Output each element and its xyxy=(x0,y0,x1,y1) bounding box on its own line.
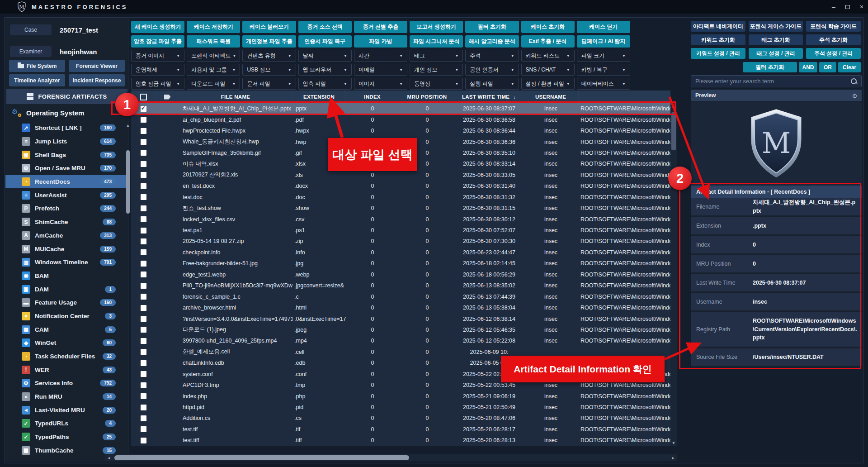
row-checkbox[interactable] xyxy=(141,305,146,311)
sidebar-item-cam[interactable]: ▦CAM5 xyxy=(5,323,128,336)
panel-button[interactable]: 포렌식 학습 가이드 xyxy=(806,21,861,32)
table-row[interactable]: test.ps1.ps1002025-06-30 07:52:07insecRO… xyxy=(131,225,670,236)
row-checkbox[interactable] xyxy=(141,438,146,443)
row-checkbox[interactable] xyxy=(141,228,146,234)
row-checkbox[interactable] xyxy=(141,183,146,189)
sidebar-item-prefetch[interactable]: PPrefetch244 xyxy=(5,202,128,215)
scroll-down-icon[interactable]: ▼ xyxy=(670,441,677,445)
hscroll-thumb[interactable] xyxy=(114,455,409,460)
row-checkbox[interactable] xyxy=(141,128,146,134)
table-row[interactable]: hwpProctected File.hwpx.hwpx002025-06-30… xyxy=(131,125,670,136)
sidebar-item-typedurls[interactable]: ✓TypedURLs4 xyxy=(5,417,128,430)
table-row[interactable]: 20170927 산악회2.xls.xls002025-06-30 08:33:… xyxy=(131,170,670,181)
close-button[interactable]: × xyxy=(860,4,863,10)
table-row[interactable]: Free-bakgrunder-bilder-51.jpg.jpg002025-… xyxy=(131,258,670,269)
filter-dropdown[interactable]: 이메일▼ xyxy=(354,64,407,76)
filter-dropdown[interactable]: 개인 정보▼ xyxy=(410,64,463,76)
row-checkbox[interactable] xyxy=(141,117,146,123)
filter-dropdown[interactable]: 키워드 리스트▼ xyxy=(521,50,575,62)
row-checkbox[interactable] xyxy=(141,426,146,432)
table-row[interactable]: test.doc.doc002025-06-30 08:31:32insecRO… xyxy=(131,192,670,203)
filter-dropdown[interactable]: 압축 파일▼ xyxy=(298,78,352,90)
row-checkbox[interactable] xyxy=(141,349,146,355)
sidebar-item-winget[interactable]: ◆WinGet60 xyxy=(5,336,128,350)
row-checkbox[interactable] xyxy=(141,150,146,156)
clear-button[interactable]: Clear xyxy=(838,62,861,72)
filter-dropdown[interactable]: 문서 파일▼ xyxy=(242,78,296,90)
table-row[interactable]: 3997800-uhd_2160_4096_25fps.mp4.mp400202… xyxy=(131,335,670,346)
action-button[interactable]: 인증서 파일 복구 xyxy=(298,35,352,48)
action-button[interactable]: 패스워드 복원 xyxy=(187,35,240,48)
table-vertical-scrollbar[interactable]: ▲ ▼ xyxy=(670,103,677,446)
filter-dropdown[interactable]: 설정 / 환경 파일▼ xyxy=(521,78,575,90)
row-checkbox[interactable] xyxy=(141,382,146,388)
sidebar-section-operating-system[interactable]: ⚙⚙ Operating System xyxy=(12,108,84,118)
sidebar-item-notification-center[interactable]: ●Notification Center3 xyxy=(5,310,128,323)
table-row[interactable]: checkpoint.info.info002025-06-23 02:44:4… xyxy=(131,247,670,258)
filter-reset-button[interactable]: 필터 초기화 xyxy=(743,62,797,72)
filter-dropdown[interactable]: 파일 크기▼ xyxy=(577,50,630,62)
sidebar-item-userassist[interactable]: ≡UserAssist295 xyxy=(5,188,128,202)
table-row[interactable]: locked_xlsx_files.csv.csv002025-06-30 08… xyxy=(131,214,670,224)
sidebar-item-amcache[interactable]: AAmCache313 xyxy=(5,229,128,243)
panel-button[interactable]: 키워드 초기화 xyxy=(691,34,745,45)
row-checkbox[interactable] xyxy=(141,139,146,145)
filter-dropdown[interactable]: SNS / CHAT▼ xyxy=(521,64,575,76)
table-row[interactable]: test.tiff.tiff002025-05-20 06:28:13insec… xyxy=(131,435,670,446)
sidebar-item-open-save-mru[interactable]: ⚙Open / Save MRU170 xyxy=(5,162,128,175)
table-row[interactable]: edge_test1.webp.webp002025-06-18 00:56:2… xyxy=(131,269,670,280)
checkbox[interactable] xyxy=(140,94,147,100)
filter-dropdown[interactable]: 증거 이미지▼ xyxy=(131,50,184,62)
filter-dropdown[interactable]: 다운로드 파일▼ xyxy=(187,78,240,90)
action-button[interactable]: 케이스 초기화 xyxy=(521,21,575,33)
sidebar-item-task-scheduler-files[interactable]: ◔Task Scheduler Files32 xyxy=(5,350,128,363)
row-checkbox[interactable] xyxy=(141,238,146,244)
table-row[interactable]: ?instVersion=3.4.0.0&instExecTime=174971… xyxy=(131,313,670,324)
row-checkbox[interactable] xyxy=(141,316,146,322)
action-button[interactable]: 필터 초기화 xyxy=(465,21,519,33)
row-checkbox[interactable] xyxy=(141,161,146,167)
row-checkbox[interactable] xyxy=(141,205,146,211)
table-row[interactable]: test.tif.tif002025-05-20 06:28:17insecRO… xyxy=(131,424,670,435)
action-button[interactable]: 딥페이크 / AI 탐지 xyxy=(577,35,630,48)
table-horizontal-scrollbar[interactable]: ◄ ► xyxy=(105,454,677,461)
panel-button[interactable]: 포렌식 케이스 가이드 xyxy=(749,21,803,32)
action-button[interactable]: 증거 소스 선택 xyxy=(298,21,352,33)
sort-descending-icon[interactable]: ↓ xyxy=(513,94,516,100)
or-button[interactable]: OR xyxy=(819,62,836,72)
sidebar-item-bam[interactable]: ◉BAM xyxy=(5,269,128,283)
sidebar-item-wer[interactable]: !WER43 xyxy=(5,363,128,376)
filter-dropdown[interactable]: 날짜▼ xyxy=(298,50,352,62)
panel-button[interactable]: 태그 초기화 xyxy=(749,34,803,45)
table-row[interactable]: index.php.php002025-05-21 09:06:19insecR… xyxy=(131,391,670,401)
action-button[interactable]: 케이스 저장하기 xyxy=(187,21,240,33)
sidebar-scroll-thumb[interactable] xyxy=(126,150,130,214)
scroll-right-icon[interactable]: ► xyxy=(670,456,677,460)
row-checkbox[interactable] xyxy=(141,172,146,178)
filter-dropdown[interactable]: 데이터베이스▼ xyxy=(577,78,630,90)
preview-options-icon[interactable]: ⊙ xyxy=(852,92,857,99)
sidebar-item-services-info[interactable]: ⚙Services Info792 xyxy=(5,376,128,390)
panel-button[interactable]: 태그 설정 / 관리 xyxy=(749,48,803,59)
sidebar-item-typedpaths[interactable]: ✓TypedPaths25 xyxy=(5,430,128,444)
table-row[interactable]: Pll0_TO-ji9nAoBMIjXX1b5Oc3i7-mq9wXDwX.jp… xyxy=(131,280,670,291)
filter-dropdown[interactable]: 동영상▼ xyxy=(410,78,463,90)
filter-dropdown[interactable]: USB 정보▼ xyxy=(242,64,296,76)
search-icon[interactable] xyxy=(850,78,857,85)
filter-dropdown[interactable]: 웹 브라우저▼ xyxy=(298,64,352,76)
filter-dropdown[interactable]: 암호 잠금 파일▼ xyxy=(131,78,184,90)
sidebar-scrollbar[interactable]: ▲ ▼ xyxy=(126,123,130,460)
panel-button[interactable]: 아티팩트 네비게이터 xyxy=(691,21,745,32)
sidebar-item-shimcache[interactable]: SShimCache88 xyxy=(5,215,128,229)
action-button[interactable]: 새 케이스 생성하기 xyxy=(131,21,184,33)
sidebar-item-shell-bags[interactable]: ▣Shell Bags735 xyxy=(5,148,128,162)
table-row[interactable]: en_test.docx.docx002025-06-30 08:31:40in… xyxy=(131,181,670,191)
filter-dropdown[interactable]: 카빙 / 복구▼ xyxy=(577,64,630,76)
filter-dropdown[interactable]: 주석▼ xyxy=(465,50,519,62)
table-row[interactable]: httpd.pid.pid002025-05-21 02:50:49insecR… xyxy=(131,402,670,413)
search-input[interactable] xyxy=(695,78,850,85)
filter-dropdown[interactable]: 태그▼ xyxy=(410,50,463,62)
filter-dropdown[interactable]: 이미지▼ xyxy=(354,78,407,90)
filter-dropdown[interactable]: 공인 인증서▼ xyxy=(465,64,519,76)
table-row[interactable]: Addition.cs.cs002025-05-20 08:47:06insec… xyxy=(131,413,670,424)
